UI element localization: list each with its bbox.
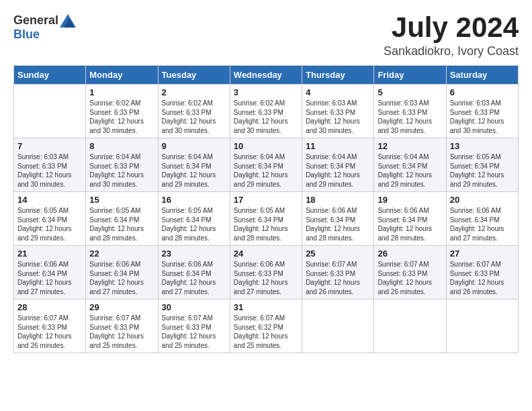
cell-info: Sunrise: 6:06 AMSunset: 6:33 PMDaylight:…	[234, 260, 298, 296]
calendar-header-monday: Monday	[86, 66, 158, 85]
cell-info: Sunrise: 6:06 AMSunset: 6:34 PMDaylight:…	[450, 206, 515, 242]
logo: General Blue	[13, 13, 76, 42]
cell-info: Sunrise: 6:07 AMSunset: 6:33 PMDaylight:…	[450, 260, 515, 296]
calendar-header-row: SundayMondayTuesdayWednesdayThursdayFrid…	[14, 66, 519, 85]
cell-info: Sunrise: 6:02 AMSunset: 6:33 PMDaylight:…	[234, 99, 298, 135]
day-number: 10	[234, 141, 298, 151]
calendar-cell: 10Sunrise: 6:04 AMSunset: 6:34 PMDayligh…	[230, 138, 302, 192]
day-number: 22	[89, 248, 154, 259]
calendar-week-row: 1Sunrise: 6:02 AMSunset: 6:33 PMDaylight…	[14, 85, 519, 138]
day-number: 14	[17, 195, 82, 205]
calendar-week-row: 14Sunrise: 6:05 AMSunset: 6:34 PMDayligh…	[14, 192, 519, 246]
cell-info: Sunrise: 6:06 AMSunset: 6:34 PMDaylight:…	[306, 206, 370, 242]
cell-info: Sunrise: 6:05 AMSunset: 6:34 PMDaylight:…	[234, 206, 298, 242]
day-number: 7	[17, 141, 82, 151]
header: General Blue July 2024 Sankadiokro, Ivor…	[13, 13, 519, 58]
cell-info: Sunrise: 6:03 AMSunset: 6:33 PMDaylight:…	[17, 152, 82, 189]
calendar-cell: 9Sunrise: 6:04 AMSunset: 6:34 PMDaylight…	[158, 138, 230, 192]
cell-info: Sunrise: 6:05 AMSunset: 6:34 PMDaylight:…	[17, 206, 82, 242]
calendar-cell: 27Sunrise: 6:07 AMSunset: 6:33 PMDayligh…	[446, 246, 518, 300]
calendar-cell	[446, 300, 518, 353]
calendar-cell: 13Sunrise: 6:05 AMSunset: 6:34 PMDayligh…	[446, 138, 518, 192]
day-number: 4	[306, 87, 370, 97]
calendar-cell: 31Sunrise: 6:07 AMSunset: 6:32 PMDayligh…	[230, 300, 302, 353]
calendar-cell: 21Sunrise: 6:06 AMSunset: 6:34 PMDayligh…	[14, 246, 86, 300]
day-number: 24	[234, 248, 298, 259]
logo-general-text: General	[13, 13, 58, 28]
day-number: 26	[378, 248, 442, 259]
day-number: 3	[234, 87, 298, 97]
day-number: 18	[306, 195, 370, 205]
calendar-cell: 1Sunrise: 6:02 AMSunset: 6:33 PMDaylight…	[86, 85, 158, 138]
logo-blue-text: Blue	[13, 28, 40, 42]
calendar-header-thursday: Thursday	[302, 66, 374, 85]
cell-info: Sunrise: 6:05 AMSunset: 6:34 PMDaylight:…	[450, 152, 515, 189]
cell-info: Sunrise: 6:04 AMSunset: 6:34 PMDaylight:…	[378, 152, 442, 189]
calendar-cell: 12Sunrise: 6:04 AMSunset: 6:34 PMDayligh…	[374, 138, 446, 192]
cell-info: Sunrise: 6:06 AMSunset: 6:34 PMDaylight:…	[17, 260, 82, 296]
calendar-cell: 29Sunrise: 6:07 AMSunset: 6:33 PMDayligh…	[86, 300, 158, 353]
day-number: 9	[162, 141, 226, 151]
day-number: 28	[17, 302, 82, 312]
calendar-cell: 16Sunrise: 6:05 AMSunset: 6:34 PMDayligh…	[158, 192, 230, 246]
cell-info: Sunrise: 6:07 AMSunset: 6:33 PMDaylight:…	[17, 314, 82, 350]
cell-info: Sunrise: 6:07 AMSunset: 6:32 PMDaylight:…	[234, 314, 298, 350]
calendar-cell	[14, 85, 86, 138]
calendar-cell: 20Sunrise: 6:06 AMSunset: 6:34 PMDayligh…	[446, 192, 518, 246]
calendar-cell: 8Sunrise: 6:04 AMSunset: 6:33 PMDaylight…	[86, 138, 158, 192]
day-number: 16	[162, 195, 226, 205]
day-number: 8	[89, 141, 154, 151]
month-title: July 2024	[384, 13, 519, 42]
cell-info: Sunrise: 6:03 AMSunset: 6:33 PMDaylight:…	[378, 99, 442, 135]
calendar-cell: 6Sunrise: 6:03 AMSunset: 6:33 PMDaylight…	[446, 85, 518, 138]
day-number: 27	[450, 248, 515, 259]
day-number: 2	[162, 87, 226, 97]
day-number: 19	[378, 195, 442, 205]
calendar-cell: 25Sunrise: 6:07 AMSunset: 6:33 PMDayligh…	[302, 246, 374, 300]
cell-info: Sunrise: 6:04 AMSunset: 6:34 PMDaylight:…	[306, 152, 370, 189]
calendar-cell: 26Sunrise: 6:07 AMSunset: 6:33 PMDayligh…	[374, 246, 446, 300]
calendar-table: SundayMondayTuesdayWednesdayThursdayFrid…	[13, 65, 519, 353]
cell-info: Sunrise: 6:04 AMSunset: 6:34 PMDaylight:…	[234, 152, 298, 189]
calendar-cell	[302, 300, 374, 353]
cell-info: Sunrise: 6:03 AMSunset: 6:33 PMDaylight:…	[306, 99, 370, 135]
calendar-cell: 17Sunrise: 6:05 AMSunset: 6:34 PMDayligh…	[230, 192, 302, 246]
day-number: 6	[450, 87, 515, 97]
cell-info: Sunrise: 6:04 AMSunset: 6:34 PMDaylight:…	[162, 152, 226, 189]
calendar-cell: 14Sunrise: 6:05 AMSunset: 6:34 PMDayligh…	[14, 192, 86, 246]
cell-info: Sunrise: 6:06 AMSunset: 6:34 PMDaylight:…	[378, 206, 442, 242]
calendar-cell: 5Sunrise: 6:03 AMSunset: 6:33 PMDaylight…	[374, 85, 446, 138]
day-number: 30	[162, 302, 226, 312]
calendar-header-tuesday: Tuesday	[158, 66, 230, 85]
cell-info: Sunrise: 6:07 AMSunset: 6:33 PMDaylight:…	[162, 314, 226, 350]
day-number: 25	[306, 248, 370, 259]
day-number: 20	[450, 195, 515, 205]
cell-info: Sunrise: 6:06 AMSunset: 6:34 PMDaylight:…	[89, 260, 154, 296]
cell-info: Sunrise: 6:06 AMSunset: 6:34 PMDaylight:…	[162, 260, 226, 296]
cell-info: Sunrise: 6:04 AMSunset: 6:33 PMDaylight:…	[89, 152, 154, 189]
day-number: 11	[306, 141, 370, 151]
day-number: 13	[450, 141, 515, 151]
calendar-cell: 18Sunrise: 6:06 AMSunset: 6:34 PMDayligh…	[302, 192, 374, 246]
calendar-header-friday: Friday	[374, 66, 446, 85]
calendar-cell: 4Sunrise: 6:03 AMSunset: 6:33 PMDaylight…	[302, 85, 374, 138]
logo-icon	[60, 14, 76, 28]
calendar-header-wednesday: Wednesday	[230, 66, 302, 85]
location-title: Sankadiokro, Ivory Coast	[384, 44, 519, 58]
day-number: 23	[162, 248, 226, 259]
calendar-week-row: 7Sunrise: 6:03 AMSunset: 6:33 PMDaylight…	[14, 138, 519, 192]
calendar-cell: 7Sunrise: 6:03 AMSunset: 6:33 PMDaylight…	[14, 138, 86, 192]
cell-info: Sunrise: 6:05 AMSunset: 6:34 PMDaylight:…	[162, 206, 226, 242]
calendar-cell	[374, 300, 446, 353]
day-number: 17	[234, 195, 298, 205]
calendar-cell: 2Sunrise: 6:02 AMSunset: 6:33 PMDaylight…	[158, 85, 230, 138]
day-number: 12	[378, 141, 442, 151]
calendar-cell: 19Sunrise: 6:06 AMSunset: 6:34 PMDayligh…	[374, 192, 446, 246]
calendar-cell: 3Sunrise: 6:02 AMSunset: 6:33 PMDaylight…	[230, 85, 302, 138]
calendar-cell: 22Sunrise: 6:06 AMSunset: 6:34 PMDayligh…	[86, 246, 158, 300]
calendar-cell: 28Sunrise: 6:07 AMSunset: 6:33 PMDayligh…	[14, 300, 86, 353]
calendar-week-row: 28Sunrise: 6:07 AMSunset: 6:33 PMDayligh…	[14, 300, 519, 353]
day-number: 31	[234, 302, 298, 312]
calendar-header-sunday: Sunday	[14, 66, 86, 85]
calendar-cell: 23Sunrise: 6:06 AMSunset: 6:34 PMDayligh…	[158, 246, 230, 300]
